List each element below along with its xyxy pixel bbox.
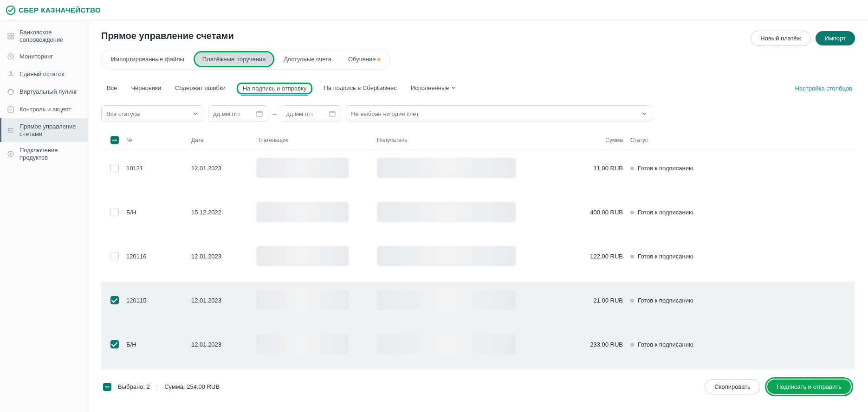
pill-tab-0[interactable]: Импортированные файлы — [104, 51, 192, 67]
sidebar-item-1[interactable]: Мониторинг — [0, 48, 88, 65]
calendar-icon — [329, 110, 336, 117]
selection-checkbox[interactable] — [103, 383, 111, 391]
sidebar-item-0[interactable]: Банковское сопровождение — [0, 24, 88, 48]
chevron-down-icon — [451, 85, 456, 90]
date-to-placeholder: дд.мм.гггг — [286, 110, 313, 117]
row-num: Б/Н — [126, 341, 191, 348]
table-row[interactable]: Б/Н15.12.2022400,00 RUBГотов к подписани… — [101, 193, 855, 238]
sidebar-item-label: Банковское сопровождение — [19, 29, 81, 43]
sidebar-icon — [6, 150, 15, 158]
sidebar-item-label: Подключение продуктов — [19, 147, 81, 161]
row-status: Готов к подписанию — [623, 253, 716, 260]
col-header-status: Статус — [623, 137, 716, 143]
date-from-placeholder: дд.мм.гггг — [213, 110, 240, 117]
select-all-checkbox[interactable] — [110, 136, 119, 144]
subtab-0[interactable]: Все — [104, 80, 120, 97]
row-checkbox[interactable] — [110, 208, 119, 216]
sidebar: Банковское сопровождениеМониторингЕдиный… — [0, 20, 88, 412]
row-checkbox[interactable] — [110, 252, 119, 260]
row-checkbox[interactable] — [110, 164, 119, 172]
copy-button[interactable]: Скопировать — [705, 379, 760, 394]
row-status: Готов к подписанию — [623, 165, 716, 172]
svg-rect-7 — [330, 111, 335, 116]
account-filter-select[interactable]: Не выбран ни один счёт — [346, 105, 652, 122]
sidebar-item-6[interactable]: Подключение продуктов — [0, 142, 88, 166]
row-num: 120115 — [126, 297, 191, 304]
selection-separator: | — [156, 383, 158, 390]
row-num: Б/Н — [126, 209, 191, 216]
subtab-5[interactable]: Исполненные — [408, 80, 459, 97]
date-to-input[interactable]: дд.мм.гггг — [281, 105, 341, 122]
new-payment-button[interactable]: Новый платёж — [751, 31, 810, 46]
page-title: Прямое управление счетами — [101, 31, 390, 41]
sign-send-button[interactable]: Подписать и отправить — [767, 380, 851, 394]
svg-point-2 — [10, 71, 12, 73]
row-checkbox[interactable] — [110, 296, 119, 304]
sign-send-highlight: Подписать и отправить — [765, 377, 853, 396]
row-num: 120116 — [126, 253, 191, 260]
chevron-down-icon — [641, 111, 647, 116]
table-row[interactable]: 1012112.01.202311,00 RUBГотов к подписан… — [101, 149, 855, 193]
selection-bar: Выбрано: 2 | Сумма: 254,00 RUB Скопирова… — [101, 372, 855, 402]
pill-tab-3[interactable]: Обучение — [341, 51, 388, 67]
table-row[interactable]: Б/Н12.01.2023233,00 RUBГотов к подписани… — [101, 326, 855, 370]
table-header: № Дата Плательщик Получатель Сумма Стату… — [101, 131, 855, 149]
row-date: 12.01.2023 — [191, 341, 256, 348]
col-header-recv: Получатель — [377, 137, 567, 143]
row-amount: 11,00 RUB — [567, 165, 623, 172]
status-dot-icon — [630, 255, 634, 258]
subtabs: ВсеЧерновикиСодержат ошибкиНа подпись и … — [101, 80, 855, 97]
sidebar-icon — [6, 126, 15, 135]
row-recv-redacted — [377, 158, 516, 178]
sidebar-item-3[interactable]: Виртуальный пулинг — [0, 83, 88, 101]
status-dot-icon — [630, 167, 634, 170]
date-from-input[interactable]: дд.мм.гггг — [208, 105, 268, 122]
payments-table: № Дата Плательщик Получатель Сумма Стату… — [101, 131, 855, 370]
date-range-dash: – — [273, 110, 276, 117]
sber-logo-icon — [6, 5, 16, 15]
selection-sum: Сумма: 254,00 RUB — [164, 383, 220, 390]
row-recv-redacted — [377, 246, 516, 266]
sidebar-item-label: Прямое управление счетами — [19, 123, 81, 137]
account-filter-placeholder: Не выбран ни один счёт — [351, 110, 419, 117]
logo-text: СБЕР КАЗНАЧЕЙСТВО — [19, 6, 101, 14]
status-filter-select[interactable]: Все статусы — [101, 105, 203, 122]
filters-row: Все статусы дд.мм.гггг – дд.мм.гггг Не в… — [101, 105, 855, 122]
sidebar-icon — [6, 70, 15, 78]
subtab-4[interactable]: На подпись в СберБизнес — [321, 80, 399, 97]
row-status: Готов к подписанию — [623, 209, 716, 216]
table-row[interactable]: 12011612.01.2023122,00 RUBГотов к подпис… — [101, 238, 855, 282]
svg-rect-4 — [8, 107, 13, 112]
subtab-highlight: На подпись и отправку — [237, 83, 313, 94]
row-num: 10121 — [126, 165, 191, 172]
row-status: Готов к подписанию — [623, 297, 716, 304]
row-date: 12.01.2023 — [191, 165, 256, 172]
pill-tab-2[interactable]: Доступные счета — [276, 51, 339, 67]
sidebar-item-2[interactable]: Единый остаток — [0, 65, 88, 83]
sidebar-item-label: Контроль и акцепт — [19, 106, 71, 113]
svg-rect-6 — [257, 111, 262, 116]
sidebar-item-label: Единый остаток — [19, 71, 64, 78]
sidebar-item-label: Виртуальный пулинг — [19, 88, 77, 96]
sidebar-item-label: Мониторинг — [19, 53, 53, 60]
row-amount: 233,00 RUB — [567, 341, 623, 348]
selection-count: Выбрано: 2 — [118, 383, 150, 390]
col-header-payer: Плательщик — [256, 137, 377, 143]
subtab-2[interactable]: Содержат ошибки — [172, 80, 228, 97]
sidebar-icon — [6, 88, 15, 96]
sidebar-item-5[interactable]: Прямое управление счетами — [0, 118, 88, 142]
status-dot-icon — [630, 299, 634, 303]
col-header-amount: Сумма — [567, 137, 623, 143]
import-button[interactable]: Импорт — [816, 31, 855, 45]
row-date: 12.01.2023 — [191, 253, 256, 260]
row-date: 12.01.2023 — [191, 297, 256, 304]
row-amount: 122,00 RUB — [567, 253, 623, 260]
subtab-3[interactable]: На подпись и отправку — [241, 82, 309, 96]
table-row[interactable]: 12011512.01.202321,00 RUBГотов к подписа… — [101, 282, 855, 326]
sidebar-item-4[interactable]: Контроль и акцепт — [0, 101, 88, 118]
columns-settings-link[interactable]: Настройка столбцов — [795, 85, 852, 92]
pill-tab-1[interactable]: Платёжные поручения — [195, 52, 273, 66]
row-checkbox[interactable] — [110, 340, 119, 348]
subtab-1[interactable]: Черновики — [128, 80, 164, 97]
topbar: СБЕР КАЗНАЧЕЙСТВО — [0, 0, 868, 20]
